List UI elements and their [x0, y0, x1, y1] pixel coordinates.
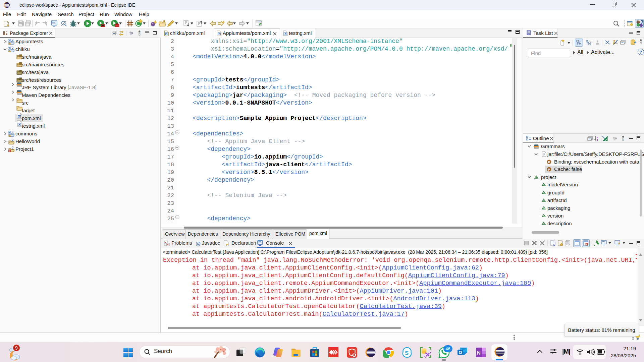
- svg-text:!: !: [9, 50, 10, 52]
- svg-text:M: M: [18, 115, 21, 118]
- svg-text:P: P: [548, 168, 550, 171]
- svg-text:P: P: [548, 160, 550, 164]
- svg-text:N: N: [477, 350, 481, 356]
- svg-text:!: !: [9, 135, 10, 137]
- svg-text:z: z: [597, 138, 598, 141]
- svg-text:J: J: [12, 38, 13, 42]
- svg-text:J: J: [12, 138, 13, 141]
- svg-text:O: O: [459, 350, 462, 355]
- svg-text:J: J: [12, 46, 13, 49]
- svg-text:M: M: [218, 33, 221, 36]
- svg-text:!: !: [9, 43, 10, 45]
- svg-text:J: J: [12, 146, 13, 149]
- svg-text:S: S: [405, 350, 409, 356]
- svg-text:X: X: [284, 32, 286, 36]
- svg-text:X: X: [18, 123, 20, 126]
- svg-text:M: M: [166, 33, 168, 36]
- svg-text:J: J: [12, 130, 13, 134]
